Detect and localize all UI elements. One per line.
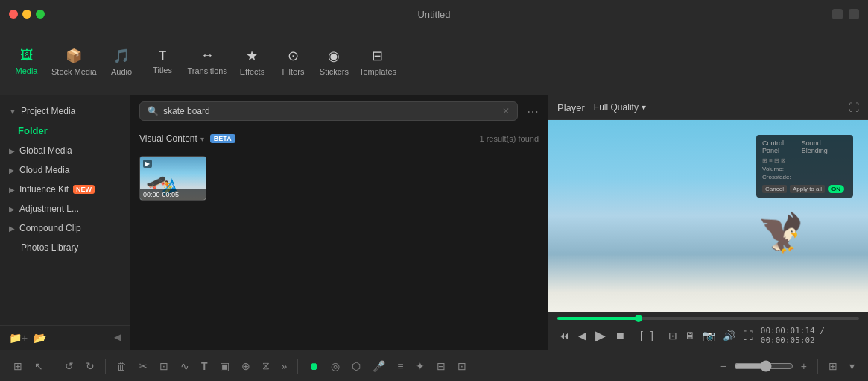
sidebar-item-adjustment-l[interactable]: ▶ Adjustment L... [0,199,130,218]
redo-button[interactable]: ↻ [81,357,99,375]
extra-ctrl-2[interactable]: 🖥 [683,328,697,343]
zoom-in-button[interactable]: + [796,357,811,375]
window-icon-1[interactable] [832,9,843,19]
control-buttons: ⏮ ◀ ▶ ⏹ [ ] ⊡ 🖥 📷 🔊 ⛶ 00:00:01:14 / [557,326,859,345]
delete-button[interactable]: 🗑 [112,357,131,375]
search-bar[interactable]: 🔍 ✕ [139,101,518,121]
sidebar-item-global-media[interactable]: ▶ Global Media [0,141,130,160]
step-back-button[interactable]: ◀ [577,328,588,343]
effects-icon: ★ [246,48,258,64]
video-type-icon: ▶ [143,160,152,168]
media-item[interactable]: 🛹 🏄 ▶ 00:00-00:05 [139,156,206,201]
minimize-button[interactable] [22,10,31,19]
play-button[interactable]: ▶ [594,326,607,345]
mark-out-button[interactable]: ] [649,328,655,343]
overlay-cancel-btn[interactable]: Cancel [762,185,787,193]
ripple-button[interactable]: ◎ [326,357,344,375]
clear-search-icon[interactable]: ✕ [502,106,510,116]
marker-button[interactable]: ⬡ [347,357,365,375]
screenshot-button[interactable]: 📷 [701,328,717,343]
link-button[interactable]: ⊕ [237,357,255,375]
nav-label-media: Media [16,66,38,75]
mark-in-button[interactable]: [ [639,328,644,343]
nav-item-audio[interactable]: 🎵 Audio [101,42,142,82]
nav-item-templates[interactable]: ⊟ Templates [355,42,401,82]
player-header: Player Full Quality ▾ ⛶ [548,95,868,120]
maximize-button[interactable] [36,10,45,19]
time-separator: / [820,326,825,336]
visual-content-filter[interactable]: Visual Content ▾ [139,133,204,144]
toolbar-divider-4 [817,359,818,374]
search-input[interactable] [163,106,498,116]
nav-item-stock-media[interactable]: 📦 Stock Media [47,42,101,82]
overlay-toggle[interactable]: ON [828,185,844,193]
split-view-button[interactable]: ⊞ [9,357,27,375]
zoom-slider[interactable] [734,360,793,372]
undo-button[interactable]: ↺ [60,357,78,375]
cursor-tool-button[interactable]: ↖ [30,357,48,375]
fullscreen-button[interactable]: ⛶ [741,328,755,343]
window-title: Untitled [417,9,450,20]
compound-clip-label: Compound Clip [19,223,81,233]
left-panel: ▼ Project Media Folder ▶ Global Media ▶ … [0,95,130,350]
nav-item-titles[interactable]: T Titles [142,43,183,81]
video-frame: 🦅 Control Panel Sound Blending ⊞ ≡ ⊟ ⊠ V… [548,120,868,312]
nav-label-transitions: Transitions [188,66,227,75]
window-icon-2[interactable] [849,9,859,19]
grid-view-button[interactable]: ⊞ [824,357,842,375]
speed-button[interactable]: ⧖ [258,356,274,375]
nav-label-titles: Titles [153,66,172,75]
overlay-apply-btn[interactable]: Apply to all [790,185,825,193]
cut-button[interactable]: ✂ [134,357,152,375]
volume-button[interactable]: 🔊 [721,328,737,343]
chevron-right-icon-5: ▶ [9,224,15,233]
nav-item-filters[interactable]: ⊙ Filters [273,42,314,82]
player-expand-icon[interactable]: ⛶ [849,101,859,113]
progress-bar[interactable] [557,317,859,320]
crop-button[interactable]: ⊡ [155,357,173,375]
mic-button[interactable]: 🎤 [368,357,390,375]
quality-selector[interactable]: Full Quality ▾ [594,102,646,113]
nav-item-stickers[interactable]: ◉ Stickers [314,42,355,82]
folder-label: Folder [18,125,48,136]
sidebar-item-photos-library[interactable]: Photos Library [0,238,130,257]
more-options-icon[interactable]: ⋯ [527,104,539,119]
sidebar-item-compound-clip[interactable]: ▶ Compound Clip [0,218,130,238]
nav-bar: 🖼 Media 📦 Stock Media 🎵 Audio T Titles ↔… [0,28,868,95]
add-folder-icon[interactable]: 📁+ [9,332,28,344]
chevron-right-icon-4: ▶ [9,205,15,213]
subtitle-button[interactable]: ⊡ [453,357,471,375]
zoom-out-button[interactable]: − [716,357,731,375]
text-button[interactable]: T [197,357,212,375]
sidebar-item-project-media[interactable]: ▼ Project Media [0,101,130,121]
ai-tools-button[interactable]: ✦ [411,357,429,375]
close-button[interactable] [9,10,18,19]
stop-button[interactable]: ⏹ [613,328,627,343]
shape-button[interactable]: ▣ [215,357,234,375]
progress-thumb[interactable] [635,315,642,322]
rewind-button[interactable]: ⏮ [557,328,571,343]
more-tools-button[interactable]: » [277,357,292,375]
chevron-right-icon-2: ▶ [9,166,15,174]
record-button[interactable]: ⏺ [304,357,323,375]
nav-item-transitions[interactable]: ↔ Transitions [183,42,232,81]
nav-item-media[interactable]: 🖼 Media [6,42,47,81]
captions-button[interactable]: ⊟ [432,357,450,375]
sidebar-item-cloud-media[interactable]: ▶ Cloud Media [0,160,130,180]
new-folder-icon[interactable]: 📂 [34,332,46,344]
media-icon: 🖼 [20,48,34,63]
toolbar-divider-2 [105,359,106,374]
audio-wave-button[interactable]: ∿ [176,357,194,375]
nav-item-effects[interactable]: ★ Effects [232,42,273,82]
collapse-sidebar-icon[interactable]: ◀ [114,332,121,344]
stickers-icon: ◉ [328,48,340,64]
track-button[interactable]: ≡ [393,357,408,375]
search-row: 🔍 ✕ ⋯ [130,95,548,127]
more-view-button[interactable]: ▾ [845,357,859,375]
sidebar-item-influence-kit[interactable]: ▶ Influence Kit NEW [0,180,130,199]
filter-arrow-icon: ▾ [200,135,204,143]
content-area: 🔍 ✕ ⋯ Visual Content ▾ BETA 1 result(s) … [130,95,548,350]
media-duration: 00:00-00:05 [140,189,206,200]
sidebar-item-folder[interactable]: Folder [0,121,130,141]
extra-ctrl-1[interactable]: ⊡ [667,328,679,343]
